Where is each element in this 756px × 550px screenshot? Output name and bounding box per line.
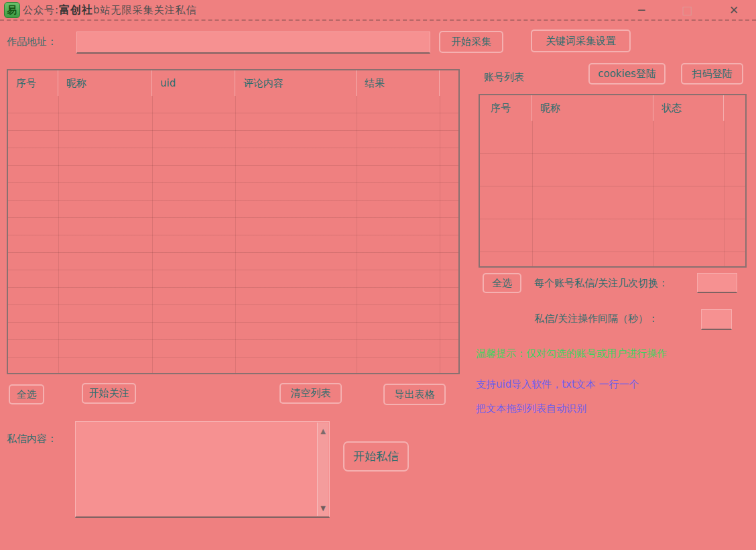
column-divider xyxy=(653,121,654,266)
start-follow-button[interactable]: 开始关注 xyxy=(82,383,136,404)
app-window: 易 公众号:富创社b站无限采集关注私信 ─ □ ✕ 作品地址： 开始采集 关键词… xyxy=(0,0,756,550)
column-divider xyxy=(357,96,357,373)
account-list-label: 账号列表 xyxy=(484,71,524,84)
window-title-prefix: 公众号: xyxy=(23,4,59,16)
comment-col-uid: uid xyxy=(152,70,235,96)
comment-col-content: 评论内容 xyxy=(235,70,357,96)
account-select-all-button[interactable]: 全选 xyxy=(483,273,521,293)
start-message-button[interactable]: 开始私信 xyxy=(343,441,409,472)
column-divider xyxy=(440,96,440,373)
comment-select-all-button[interactable]: 全选 xyxy=(9,384,44,404)
interval-label: 私信/关注操作间隔（秒）： xyxy=(534,313,658,325)
window-title-brand: 富创社 xyxy=(59,3,93,16)
work-address-label: 作品地址： xyxy=(7,36,57,48)
switch-count-input[interactable] xyxy=(697,273,737,293)
switch-count-label: 每个账号私信/关注几次切换： xyxy=(534,277,668,290)
drag-text-tip-text: 把文本拖到列表自动识别 xyxy=(476,402,586,415)
uid-import-tip-text: 支持uid导入软件，txt文本 一行一个 xyxy=(476,378,639,391)
app-logo-icon: 易 xyxy=(4,2,20,18)
work-address-input[interactable] xyxy=(76,32,430,54)
scroll-up-icon[interactable]: ▲ xyxy=(318,425,328,436)
column-divider xyxy=(724,121,724,266)
comment-col-nickname: 昵称 xyxy=(58,70,152,96)
comment-col-result: 结果 xyxy=(357,70,440,96)
window-title-suffix: b站无限采集关注私信 xyxy=(93,4,197,16)
account-col-index: 序号 xyxy=(480,95,532,121)
keyword-collect-settings-button[interactable]: 关键词采集设置 xyxy=(531,30,631,52)
scroll-down-icon[interactable]: ▼ xyxy=(318,502,328,513)
start-collect-button[interactable]: 开始采集 xyxy=(439,31,503,53)
comment-table-header: 序号 昵称 uid 评论内容 结果 xyxy=(8,70,458,96)
qr-login-button[interactable]: 扫码登陆 xyxy=(681,63,743,85)
account-table-body[interactable] xyxy=(480,121,745,266)
minimize-icon[interactable]: ─ xyxy=(631,1,651,19)
message-scrollbar[interactable]: ▲ ▼ xyxy=(317,423,328,516)
comment-col-index: 序号 xyxy=(8,70,58,96)
comment-table: 序号 昵称 uid 评论内容 结果 xyxy=(7,69,460,374)
export-table-button[interactable]: 导出表格 xyxy=(383,384,446,405)
column-divider xyxy=(152,96,153,373)
account-table: 序号 昵称 状态 xyxy=(479,94,747,268)
title-bar: 易 公众号:富创社b站无限采集关注私信 ─ □ ✕ xyxy=(0,0,756,21)
maximize-icon[interactable]: □ xyxy=(677,1,697,19)
comment-col-extra xyxy=(440,70,458,96)
comment-table-body[interactable] xyxy=(8,96,458,373)
column-divider xyxy=(532,121,533,266)
column-divider xyxy=(58,96,59,373)
account-col-status: 状态 xyxy=(653,95,724,121)
window-title: 公众号:富创社b站无限采集关注私信 xyxy=(23,3,197,17)
column-divider xyxy=(235,96,236,373)
message-content-input[interactable] xyxy=(76,422,317,516)
clear-list-button[interactable]: 清空列表 xyxy=(279,383,342,404)
app-logo-glyph: 易 xyxy=(7,5,17,15)
account-col-nickname: 昵称 xyxy=(532,95,653,121)
account-col-extra xyxy=(724,95,745,121)
cookies-login-button[interactable]: cookies登陆 xyxy=(588,63,666,85)
warm-tip-text: 温馨提示：仅对勾选的账号或用户进行操作 xyxy=(476,347,667,360)
message-content-label: 私信内容： xyxy=(7,433,57,445)
message-box: ▲ ▼ xyxy=(75,421,330,518)
close-icon[interactable]: ✕ xyxy=(724,1,744,19)
account-table-header: 序号 昵称 状态 xyxy=(480,95,745,121)
interval-input[interactable] xyxy=(701,309,732,330)
